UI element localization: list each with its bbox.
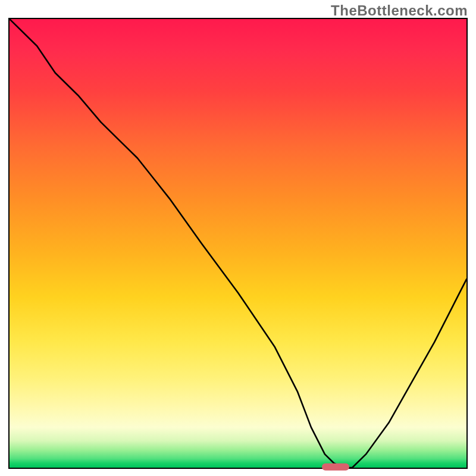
optimum-marker (322, 464, 349, 471)
chart-background-gradient (10, 19, 466, 468)
attribution-text: TheBottleneck.com (331, 2, 468, 19)
chart-frame (8, 18, 468, 469)
